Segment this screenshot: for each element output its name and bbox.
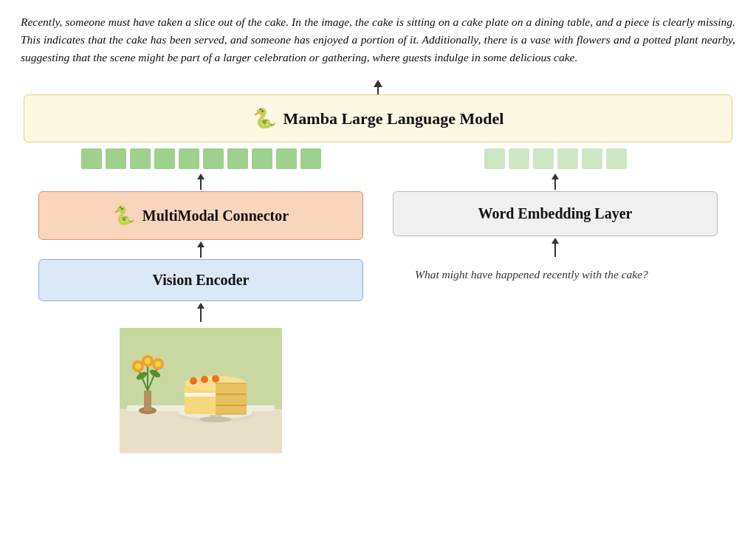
arrow-line-icon (554, 244, 556, 257)
word-embedding-box: Word Embedding Layer (393, 191, 718, 236)
architecture-diagram: 🐍 Mamba Large Language Model (21, 80, 735, 453)
caption-paragraph: Recently, someone must have taken a slic… (21, 13, 735, 66)
middle-row: 🐍 MultiModal Connector Vision Encoder (24, 142, 732, 453)
token-square (484, 148, 505, 169)
svg-rect-4 (144, 391, 151, 411)
token-square (252, 148, 272, 169)
arrow-head-icon (374, 80, 382, 87)
token-square (300, 148, 321, 169)
token-square (509, 148, 529, 169)
vision-encoder-box: Vision Encoder (38, 259, 363, 301)
top-arrow-container (24, 80, 732, 95)
vision-encoder-label: Vision Encoder (153, 272, 250, 289)
svg-point-29 (201, 376, 208, 383)
word-embedding-label: Word Embedding Layer (478, 205, 633, 222)
mm-to-tokens-arrow (197, 173, 205, 190)
arrow-head-icon (551, 238, 559, 244)
svg-point-32 (199, 416, 232, 422)
arrow-line-icon (200, 309, 202, 322)
arrow-line-icon (377, 87, 379, 95)
q-to-we-arrow (551, 238, 559, 257)
arrow-head-icon (551, 173, 559, 179)
img-to-ve-arrow (197, 303, 205, 322)
llm-box: 🐍 Mamba Large Language Model (24, 95, 732, 142)
llm-label: Mamba Large Language Model (284, 109, 504, 128)
token-square (557, 148, 578, 169)
token-square (582, 148, 602, 169)
right-column: Word Embedding Layer What might have hap… (378, 142, 732, 453)
svg-point-13 (155, 361, 161, 367)
svg-point-11 (135, 363, 141, 369)
we-to-tokens-arrow (551, 173, 559, 190)
svg-point-28 (190, 377, 197, 385)
right-token-row (484, 148, 627, 169)
token-square (533, 148, 554, 169)
snake-icon-llm: 🐍 (252, 107, 276, 130)
arrow-head-icon (197, 173, 205, 179)
left-token-row (81, 148, 321, 169)
token-square (106, 148, 126, 169)
arrow-head-icon (197, 303, 205, 309)
arrow-head-icon (197, 241, 205, 247)
svg-marker-23 (216, 383, 247, 414)
token-square (606, 148, 627, 169)
svg-point-30 (212, 375, 219, 382)
token-square (130, 148, 151, 169)
cake-image (120, 328, 282, 453)
arrow-line-icon (200, 247, 202, 258)
token-square (276, 148, 297, 169)
multimodal-connector-label: MultiModal Connector (142, 207, 289, 224)
ve-to-mm-arrow (197, 241, 205, 258)
left-column: 🐍 MultiModal Connector Vision Encoder (24, 142, 378, 453)
token-square (179, 148, 199, 169)
token-square (154, 148, 175, 169)
arrow-line-icon (554, 179, 556, 190)
token-square (227, 148, 248, 169)
top-arrow (374, 80, 382, 95)
question-text: What might have happened recently with t… (415, 266, 695, 283)
snake-icon-mm: 🐍 (113, 205, 135, 226)
token-square (203, 148, 224, 169)
arrow-line-icon (200, 179, 202, 190)
multimodal-connector-box: 🐍 MultiModal Connector (38, 191, 363, 240)
svg-point-12 (145, 358, 151, 364)
token-square (81, 148, 102, 169)
